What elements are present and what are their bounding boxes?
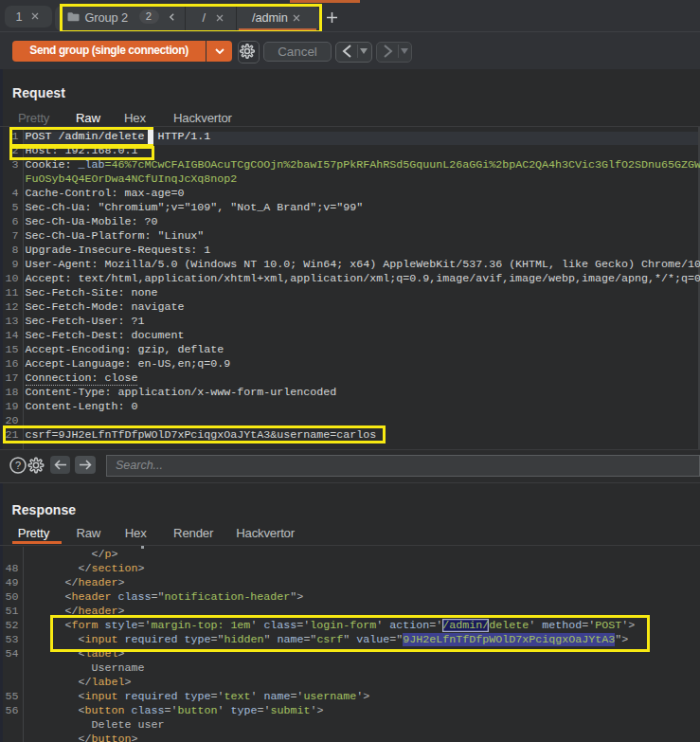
- svg-text:?: ?: [15, 460, 21, 471]
